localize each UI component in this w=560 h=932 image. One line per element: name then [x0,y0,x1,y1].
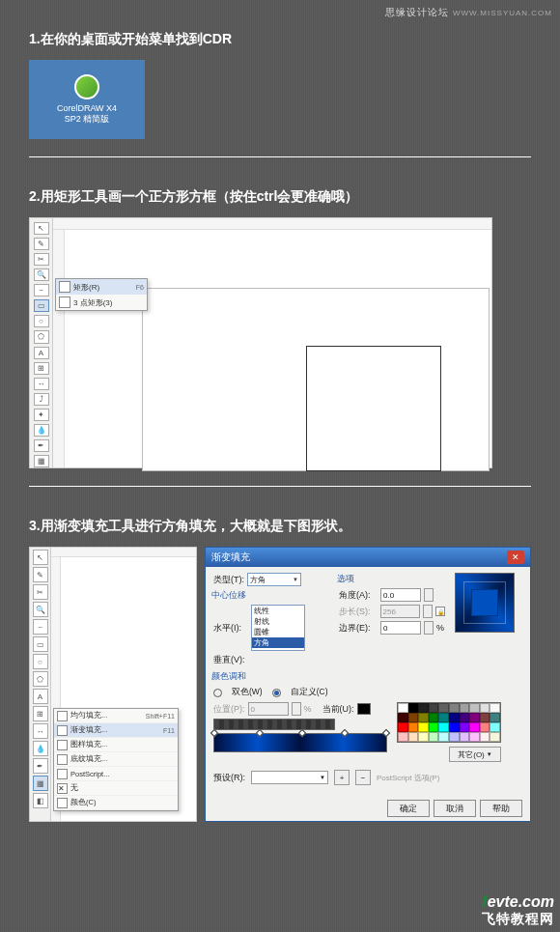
color-palette[interactable] [397,702,501,743]
table-tool-icon[interactable]: ⊞ [33,706,48,721]
palette-swatch[interactable] [408,703,419,713]
palette-swatch[interactable] [408,732,419,742]
angle-input[interactable]: 0.0 [380,588,421,602]
palette-swatch[interactable] [449,732,460,742]
palette-swatch[interactable] [429,722,439,732]
palette-swatch[interactable] [408,722,419,732]
palette-swatch[interactable] [490,713,500,722]
shape-tool-icon[interactable]: ✎ [33,567,48,582]
gradient-track-outline[interactable] [213,719,335,730]
palette-swatch[interactable] [490,722,500,732]
pick-tool-icon[interactable]: ↖ [34,222,49,235]
connector-tool-icon[interactable]: ⤴ [34,393,49,406]
palette-swatch[interactable] [490,732,500,742]
outline-tool-icon[interactable]: ✒ [33,758,48,774]
custom-radio[interactable] [272,689,281,697]
palette-swatch[interactable] [490,703,500,713]
delete-preset-button[interactable]: − [355,770,371,785]
palette-swatch[interactable] [480,713,490,722]
palette-swatch[interactable] [438,713,449,722]
preset-dropdown[interactable]: ▼ [251,771,328,784]
crop-tool-icon[interactable]: ✂ [34,253,49,266]
pick-tool-icon[interactable]: ↖ [33,550,48,565]
type-dropdown[interactable]: 方角▼ [247,573,301,586]
palette-swatch[interactable] [480,703,490,713]
gradient-stop[interactable] [382,729,390,737]
add-preset-button[interactable]: + [334,770,350,785]
palette-swatch[interactable] [408,713,419,722]
rectangle-tool-icon[interactable]: ▭ [34,299,49,312]
fill-tool-icon[interactable]: ▦ [33,776,48,791]
ok-button[interactable]: 确定 [387,800,430,817]
two-color-radio[interactable] [213,689,222,697]
palette-swatch[interactable] [460,732,470,742]
spinner[interactable] [424,588,434,602]
eyedropper-tool-icon[interactable]: 💧 [34,424,49,437]
text-tool-icon[interactable]: A [33,689,48,704]
zoom-tool-icon[interactable]: 🔍 [33,602,48,617]
palette-swatch[interactable] [429,713,439,722]
shape-tool-icon[interactable]: ✎ [34,238,49,250]
zoom-tool-icon[interactable]: 🔍 [34,268,49,281]
palette-swatch[interactable] [429,703,439,713]
gradient-stop[interactable] [341,729,349,737]
palette-swatch[interactable] [418,722,429,732]
crop-tool-icon[interactable]: ✂ [33,584,48,600]
palette-swatch[interactable] [449,722,460,732]
polygon-tool-icon[interactable]: ⬠ [33,671,48,687]
palette-swatch[interactable] [469,722,480,732]
gradient-stop[interactable] [210,729,218,737]
polygon-tool-icon[interactable]: ⬠ [34,330,49,343]
fountain-fill-item[interactable]: 渐变填充...F11 [54,723,178,738]
close-button[interactable]: ✕ [507,551,524,564]
dimension-tool-icon[interactable]: ↔ [34,378,49,390]
palette-swatch[interactable] [480,722,490,732]
current-color-swatch[interactable] [357,703,371,715]
spinner[interactable] [424,621,434,635]
eyedropper-tool-icon[interactable]: 💧 [33,741,48,756]
no-fill-item[interactable]: ✕无 [54,781,178,796]
ellipse-tool-icon[interactable]: ○ [34,315,49,327]
palette-swatch[interactable] [469,732,480,742]
outline-tool-icon[interactable]: ✒ [34,439,49,452]
lock-icon[interactable]: 🔒 [435,607,445,616]
palette-swatch[interactable] [418,713,429,722]
palette-swatch[interactable] [398,732,408,742]
palette-swatch[interactable] [449,703,460,713]
postscript-fill-item[interactable]: PostScript... [54,767,178,781]
gradient-preview-bar[interactable] [213,733,387,752]
palette-swatch[interactable] [418,732,429,742]
coreldraw-shortcut[interactable]: CorelDRAW X4 SP2 精简版 [29,60,145,139]
freehand-tool-icon[interactable]: ~ [34,284,49,297]
rectangle-tool-icon[interactable]: ▭ [33,636,48,652]
edge-input[interactable]: 0 [380,621,421,635]
flyout-3point-rectangle[interactable]: 3 点矩形(3) [56,295,147,310]
other-colors-button[interactable]: 其它(O)▼ [449,747,501,762]
palette-swatch[interactable] [449,713,460,722]
palette-swatch[interactable] [418,703,429,713]
drawn-rectangle[interactable] [306,346,441,471]
palette-swatch[interactable] [438,703,449,713]
gradient-stop[interactable] [256,729,264,737]
palette-swatch[interactable] [460,713,470,722]
palette-swatch[interactable] [398,722,408,732]
ellipse-tool-icon[interactable]: ○ [33,654,48,669]
effects-tool-icon[interactable]: ✦ [34,409,49,421]
table-tool-icon[interactable]: ⊞ [34,362,49,375]
cancel-button[interactable]: 取消 [434,800,476,817]
text-tool-icon[interactable]: A [34,347,49,359]
palette-swatch[interactable] [469,703,480,713]
palette-swatch[interactable] [460,703,470,713]
gradient-stop[interactable] [298,729,306,737]
type-listbox[interactable]: 线性 射线 圆锥 方角 [251,605,305,651]
pattern-fill-item[interactable]: 图样填充... [54,738,178,752]
palette-swatch[interactable] [438,722,449,732]
texture-fill-item[interactable]: 底纹填充... [54,752,178,767]
canvas[interactable] [65,230,491,467]
interactive-fill-icon[interactable]: ◧ [33,793,48,808]
palette-swatch[interactable] [429,732,439,742]
color-docker-item[interactable]: 颜色(C) [54,796,178,810]
palette-swatch[interactable] [460,722,470,732]
palette-swatch[interactable] [438,732,449,742]
uniform-fill-item[interactable]: 均匀填充...Shift+F11 [54,709,178,723]
